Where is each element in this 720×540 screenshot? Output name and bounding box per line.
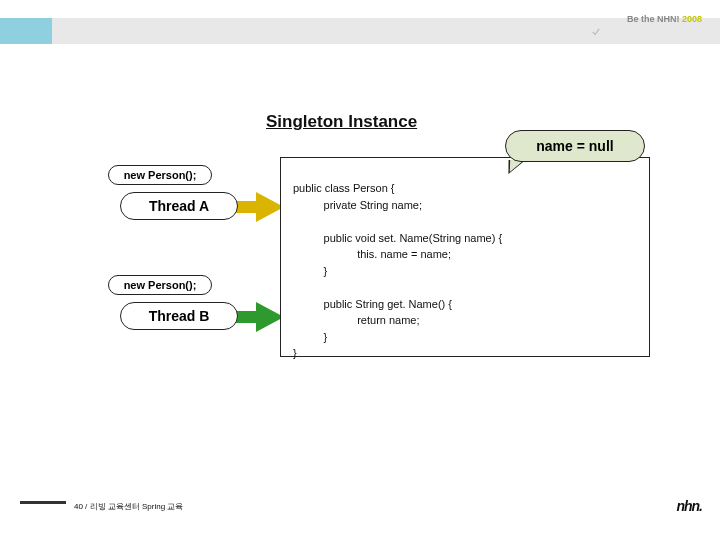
thread-a-call-text: new Person(); [124, 169, 197, 181]
thread-b-call-label: new Person(); [108, 275, 212, 295]
code-l6: } [293, 265, 327, 277]
brand-text: Be the NHN! 2008 [627, 14, 702, 24]
thread-b-name-label: Thread B [120, 302, 238, 330]
thread-b-name-text: Thread B [149, 308, 210, 324]
code-l11: } [293, 347, 297, 359]
code-l5: this. name = name; [293, 248, 451, 260]
code-l2: private String name; [293, 199, 422, 211]
callout-text: name = null [536, 138, 613, 154]
thread-a-name-label: Thread A [120, 192, 238, 220]
brand-tick-icon [592, 28, 600, 36]
code-l8: public String get. Name() { [293, 298, 452, 310]
callout-bubble: name = null [505, 130, 645, 162]
code-l10: } [293, 331, 327, 343]
brand-prefix: Be the NHN! [627, 14, 682, 24]
footer-line [20, 501, 66, 504]
thread-a-call-label: new Person(); [108, 165, 212, 185]
slide-title: Singleton Instance [266, 112, 417, 132]
thread-a-name-text: Thread A [149, 198, 209, 214]
thread-b-call-text: new Person(); [124, 279, 197, 291]
header-blue-block [0, 18, 52, 44]
code-l9: return name; [293, 314, 420, 326]
code-l4: public void set. Name(String name) { [293, 232, 502, 244]
footer-text: 40 / 리빙 교육센터 Spring 교육 [74, 501, 183, 512]
footer-logo: nhn. [676, 498, 702, 514]
brand-year: 2008 [682, 14, 702, 24]
code-content: public class Person { private String nam… [293, 180, 502, 362]
code-l1: public class Person { [293, 182, 395, 194]
header-bar: Be the NHN! 2008 [0, 18, 720, 46]
code-box: public class Person { private String nam… [280, 157, 650, 357]
header-grey-strip [0, 18, 720, 44]
